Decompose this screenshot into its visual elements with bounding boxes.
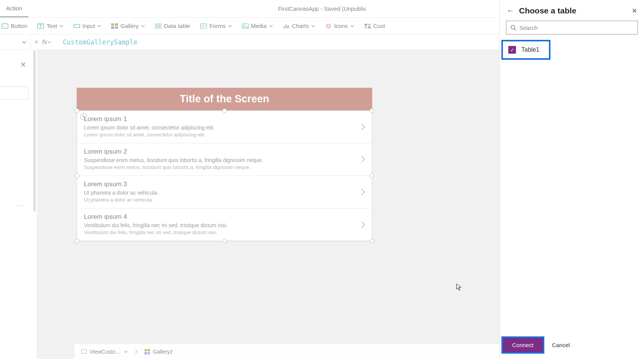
chevron-right-icon[interactable] <box>360 188 366 196</box>
svg-rect-0 <box>2 24 8 28</box>
chevron-right-icon <box>135 349 138 354</box>
item-subtitle: Lorem ipsum dolor sit amet, consectetur … <box>84 125 365 131</box>
ribbon-label: Data table <box>164 23 190 29</box>
item-body: Suspendisse enim metus, tincidunt quis l… <box>84 164 365 170</box>
input-icon <box>73 23 80 30</box>
button-icon <box>2 23 8 30</box>
chevron-down-icon <box>124 350 128 354</box>
item-title: Lorem ipsum 2 <box>84 148 365 156</box>
resize-handle[interactable] <box>222 108 227 113</box>
ribbon-gallery[interactable]: Gallery <box>111 23 145 30</box>
svg-rect-23 <box>148 349 150 351</box>
ribbon-label: Media <box>251 23 267 29</box>
cancel-button[interactable]: Cancel <box>552 342 570 348</box>
svg-rect-6 <box>111 26 114 29</box>
resize-handle[interactable] <box>75 239 79 243</box>
gallery-item[interactable]: Lorem ipsum 1 Lorem ipsum dolor sit amet… <box>77 111 372 143</box>
tab-action[interactable]: Action <box>0 0 28 17</box>
chevron-down-icon <box>141 24 145 28</box>
gallery-item[interactable]: Lorem ipsum 2 Suspendisse enim metus, ti… <box>77 143 372 176</box>
fx-label: fx <box>42 39 47 46</box>
breadcrumb-gallery[interactable]: Gallery2 <box>145 349 173 355</box>
panel-search[interactable] <box>506 21 638 34</box>
ribbon-media[interactable]: Media <box>242 23 273 30</box>
datatable-icon <box>155 23 162 30</box>
table-list: ✓ Table1 <box>500 40 644 336</box>
choose-table-panel: ← Choose a table ✕ ✓ Table1 Connect Canc… <box>499 0 644 359</box>
svg-point-11 <box>243 25 245 26</box>
ribbon-forms[interactable]: Forms <box>200 23 232 30</box>
checkbox-checked-icon[interactable]: ✓ <box>508 46 516 54</box>
ribbon-label: Gallery <box>120 23 139 29</box>
panel-footer: Connect Cancel <box>500 336 644 359</box>
breadcrumb-label: ViewCusto… <box>90 349 121 355</box>
chevron-down-icon <box>97 24 101 28</box>
ribbon-icons[interactable]: Icons <box>325 23 354 30</box>
property-dropdown[interactable] <box>0 34 31 49</box>
ribbon-datatable[interactable]: Data table <box>155 23 190 30</box>
svg-point-26 <box>511 25 515 29</box>
gallery-item[interactable]: Lorem ipsum 3 Ut pharetra a dolor ac veh… <box>77 176 372 208</box>
chevron-down-icon <box>311 24 315 28</box>
screen-title-bar: Title of the Screen <box>77 88 372 110</box>
ribbon-charts[interactable]: Charts <box>283 23 315 30</box>
item-title: Lorem ipsum 4 <box>84 213 365 221</box>
gallery-icon <box>145 349 150 354</box>
connect-button[interactable]: Connect <box>503 338 543 352</box>
charts-icon <box>283 23 290 30</box>
back-icon[interactable]: ← <box>507 7 514 15</box>
svg-point-15 <box>327 24 330 28</box>
chevron-right-icon[interactable] <box>360 155 366 164</box>
table-name: Table1 <box>521 46 539 53</box>
gallery-selection[interactable]: ✎ Lorem ipsum 1 Lorem ipsum dolor sit am… <box>77 110 372 241</box>
panel-header: ← Choose a table ✕ <box>500 0 644 19</box>
ribbon-custom[interactable]: Cust <box>364 23 385 30</box>
app-screen[interactable]: Title of the Screen ✎ Lorem ipsum 1 Lore… <box>77 88 372 241</box>
close-icon[interactable]: ✕ <box>632 7 637 15</box>
chevron-right-icon[interactable] <box>360 220 366 229</box>
fx-button[interactable]: fx <box>42 39 58 46</box>
scrollbar[interactable] <box>33 51 36 211</box>
item-title: Lorem ipsum 1 <box>84 115 365 123</box>
media-icon <box>242 23 249 30</box>
custom-icon <box>364 23 371 30</box>
resize-handle[interactable] <box>370 108 374 113</box>
search-input[interactable] <box>519 25 634 31</box>
svg-rect-19 <box>368 24 371 26</box>
svg-rect-24 <box>145 352 147 354</box>
tree-search-input[interactable] <box>0 87 29 100</box>
chevron-down-icon <box>48 40 51 44</box>
svg-rect-22 <box>145 349 147 351</box>
ribbon-label: Input <box>82 23 95 29</box>
forms-icon <box>200 23 207 30</box>
svg-rect-10 <box>242 24 248 28</box>
resize-handle[interactable] <box>222 239 227 243</box>
breadcrumb-screen[interactable]: ViewCusto… <box>81 349 128 355</box>
resize-handle[interactable] <box>370 239 374 243</box>
table-row[interactable]: ✓ Table1 <box>501 40 550 60</box>
gallery-item[interactable]: Lorem ipsum 4 Vestibulum dui felis, frin… <box>77 208 372 241</box>
ribbon-button[interactable]: Button <box>2 23 27 30</box>
svg-rect-8 <box>155 24 161 28</box>
svg-rect-9 <box>200 24 207 28</box>
item-subtitle: Suspendisse enim metus, tincidunt quis l… <box>84 157 365 163</box>
ribbon-label: Forms <box>209 23 226 29</box>
screen-icon <box>81 349 87 354</box>
resize-handle[interactable] <box>370 174 374 178</box>
panel-title: Choose a table <box>519 6 626 15</box>
ribbon-input[interactable]: Input <box>73 23 101 30</box>
ribbon-text[interactable]: Text <box>37 23 63 30</box>
more-icon[interactable]: ··· <box>17 202 24 209</box>
svg-rect-25 <box>148 352 150 354</box>
svg-rect-4 <box>111 23 114 26</box>
chevron-right-icon[interactable] <box>360 123 366 131</box>
search-icon <box>510 25 516 31</box>
resize-handle[interactable] <box>75 108 79 113</box>
close-icon[interactable]: ✕ <box>20 61 26 69</box>
chevron-down-icon <box>22 40 26 44</box>
resize-handle[interactable] <box>75 174 79 178</box>
chevron-down-icon <box>269 24 273 28</box>
ribbon-label: Text <box>46 23 57 29</box>
chevron-down-icon <box>228 24 232 28</box>
ribbon-label: Button <box>11 23 27 29</box>
